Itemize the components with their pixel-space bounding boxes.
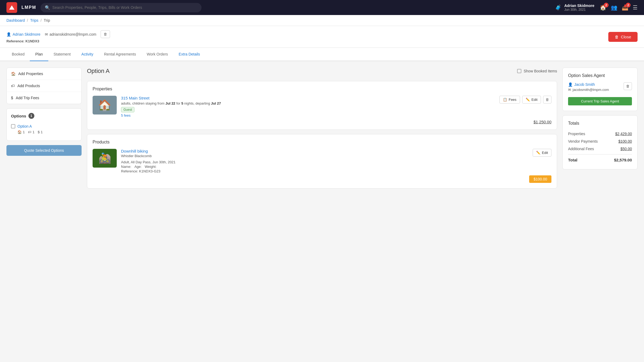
options-badge: 1 xyxy=(28,113,34,119)
totals-fees-row: Additional Fees $50.00 xyxy=(568,145,632,153)
guest-badge: Guest xyxy=(121,107,134,112)
totals-properties-amount[interactable]: $2,429.00 xyxy=(615,132,632,136)
header-icons: 🏠 2 👥 📥 2 ☰ xyxy=(600,4,638,11)
home-icon: 🏠 xyxy=(11,72,16,76)
dollar-icon: $ xyxy=(11,96,13,100)
breadcrumb-trips[interactable]: Trips xyxy=(30,18,38,23)
product-list: Downhill biking Whistler Blackcomb Adult… xyxy=(93,149,551,183)
menu-button[interactable]: ☰ xyxy=(633,4,638,11)
options-header: Options 1 xyxy=(11,113,77,119)
agent-name[interactable]: 👤 Jacob Smith xyxy=(568,82,609,87)
trash-agent-icon: 🗑 xyxy=(626,84,630,88)
breadcrumb-sep-1: / xyxy=(27,18,28,23)
agent-email: ✉ jacobsmith@lmpm.com xyxy=(568,88,609,92)
person-icon: 👤 xyxy=(6,32,11,36)
tab-work-orders[interactable]: Work Orders xyxy=(141,48,173,61)
sidebar: 🏠 Add Properties 🏷 Add Products $ Add Tr… xyxy=(6,68,82,362)
edit-product-button[interactable]: ✏️ Edit xyxy=(533,149,551,157)
tab-rental-agreements[interactable]: Rental Agreements xyxy=(99,48,141,61)
people-button[interactable]: 👥 xyxy=(611,4,617,11)
fees-button[interactable]: 📋 Fees xyxy=(499,96,520,104)
property-image xyxy=(93,96,117,114)
trash-property-icon: 🗑 xyxy=(546,98,549,102)
right-panel: Option Sales Agent 👤 Jacob Smith ✉ jacob… xyxy=(562,68,638,362)
logo-icon xyxy=(9,5,14,10)
option-checkbox[interactable] xyxy=(11,124,15,128)
luggage-icon: 🧳 xyxy=(555,4,562,11)
user-name: Adrian Skidmore xyxy=(564,3,594,8)
edit-product-icon: ✏️ xyxy=(536,151,540,155)
page-header-left: 👤 Adrian Skidmore ✉ adrianskidmore@lmpm.… xyxy=(6,30,110,38)
product-reference: Reference: K1NDX3-G23 xyxy=(121,169,175,173)
show-booked-toggle[interactable]: Show Booked Items xyxy=(517,69,557,73)
product-row: Downhill biking Whistler Blackcomb Adult… xyxy=(93,149,551,183)
property-actions: 📋 Fees ✏️ Edit 🗑 xyxy=(499,96,551,104)
delete-button[interactable]: 🗑 xyxy=(101,30,110,38)
alerts-button[interactable]: 📥 2 xyxy=(622,4,628,11)
product-sub: Whistler Blackcomb xyxy=(121,154,175,158)
agent-icon: 👤 xyxy=(568,82,573,87)
property-stay-info: adults, children staying from Jul 22 for… xyxy=(121,101,221,105)
sales-agent-title: Option Sales Agent xyxy=(568,73,632,78)
home-mini-icon: 🏠 xyxy=(17,130,22,134)
agent-row: 👤 Jacob Smith ✉ jacobsmith@lmpm.com 🗑 xyxy=(568,82,632,92)
totals-vendor-amount[interactable]: $100.00 xyxy=(618,139,632,143)
reference: Reference: K1NDX3 xyxy=(6,39,110,43)
menu-icon: ☰ xyxy=(633,5,638,10)
messages-button[interactable]: 🏠 2 xyxy=(600,4,606,11)
main-content: Option A Show Booked Items Properties 31… xyxy=(87,68,557,362)
product-image xyxy=(93,149,117,168)
page-header-inner: 👤 Adrian Skidmore ✉ adrianskidmore@lmpm.… xyxy=(6,30,110,43)
tab-statement[interactable]: Statement xyxy=(48,48,76,61)
option-title-row: Option A Show Booked Items xyxy=(87,68,557,75)
tab-activity[interactable]: Activity xyxy=(76,48,98,61)
option-item: Option A 🏠 1 🏷 1 $ 1 xyxy=(11,122,77,136)
close-button[interactable]: 🗑 Close xyxy=(608,32,638,42)
totals-vendor-row: Vendor Payments $100.00 xyxy=(568,138,632,145)
delete-agent-button[interactable]: 🗑 xyxy=(624,82,632,90)
guest-link[interactable]: 👤 Adrian Skidmore xyxy=(6,32,41,36)
search-icon: 🔍 xyxy=(45,5,50,10)
property-name[interactable]: 315 Main Street xyxy=(121,96,221,100)
user-details: Adrian Skidmore Jun 30th, 2021 xyxy=(564,3,594,12)
tag-mini-icon: 🏷 xyxy=(28,130,31,134)
property-price[interactable]: $1,250.00 xyxy=(121,120,551,124)
option-title: Option A xyxy=(87,68,109,75)
tab-plan[interactable]: Plan xyxy=(30,48,48,61)
option-a-label[interactable]: Option A xyxy=(11,124,77,128)
product-info: Downhill biking Whistler Blackcomb Adult… xyxy=(121,149,551,183)
properties-title: Properties xyxy=(93,87,551,91)
option-properties-count: 🏠 1 xyxy=(17,130,25,134)
show-booked-checkbox[interactable] xyxy=(517,69,521,73)
property-row: 315 Main Street adults, children staying… xyxy=(93,96,551,124)
product-name[interactable]: Downhill biking xyxy=(121,149,175,153)
email-agent-icon: ✉ xyxy=(568,88,571,92)
options-section: Options 1 Option A 🏠 1 🏷 1 xyxy=(6,108,82,141)
fees-link[interactable]: 5 fees xyxy=(121,113,221,117)
breadcrumb-dashboard[interactable]: Dashboard xyxy=(6,18,25,23)
add-trip-fees-button[interactable]: $ Add Trip Fees xyxy=(7,92,81,104)
add-products-button[interactable]: 🏷 Add Products xyxy=(7,80,81,92)
messages-badge: 2 xyxy=(604,3,609,8)
breadcrumb-sep-2: / xyxy=(41,18,42,23)
delete-property-button[interactable]: 🗑 xyxy=(543,96,551,104)
add-properties-button[interactable]: 🏠 Add Properties xyxy=(7,68,81,80)
properties-section: Properties 315 Main Street adults, xyxy=(87,81,557,130)
option-fees-count: $ 1 xyxy=(38,130,42,134)
product-top: Downhill biking Whistler Blackcomb Adult… xyxy=(121,149,551,173)
tab-extra-details[interactable]: Extra Details xyxy=(173,48,205,61)
tab-booked[interactable]: Booked xyxy=(6,48,30,61)
tabs: Booked Plan Statement Activity Rental Ag… xyxy=(0,48,644,61)
search-bar[interactable]: 🔍 xyxy=(41,3,202,12)
people-icon: 👥 xyxy=(611,5,617,10)
email-icon: ✉ xyxy=(45,32,48,36)
edit-property-button[interactable]: ✏️ Edit xyxy=(522,96,541,104)
sales-agent-card: Option Sales Agent 👤 Jacob Smith ✉ jacob… xyxy=(562,68,638,111)
email-info: ✉ adrianskidmore@lmpm.com xyxy=(45,32,96,36)
search-input[interactable] xyxy=(52,5,197,10)
agent-details: 👤 Jacob Smith ✉ jacobsmith@lmpm.com xyxy=(568,82,609,92)
current-agent-button[interactable]: Current Trip Sales Agent xyxy=(568,97,632,105)
logo-text: LMPM xyxy=(21,5,36,10)
totals-fees-amount[interactable]: $50.00 xyxy=(620,147,632,151)
quote-selected-button[interactable]: Quote Selected Options xyxy=(6,145,82,156)
